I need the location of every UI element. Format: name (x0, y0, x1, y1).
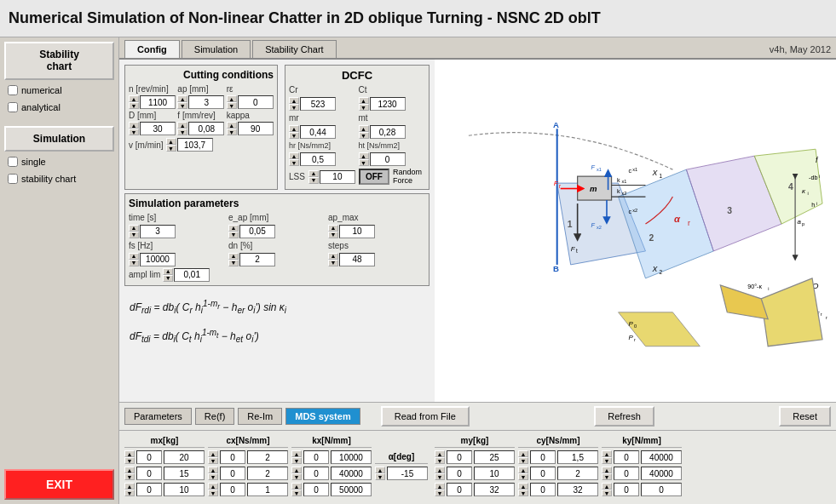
mx0-spin[interactable] (136, 450, 162, 464)
ky1-spin[interactable] (614, 467, 639, 480)
alpha-input[interactable] (387, 467, 428, 480)
ky0-val[interactable] (641, 450, 682, 464)
cx1-arrows[interactable]: ▲ ▼ (208, 467, 218, 480)
kx2-down[interactable]: ▼ (291, 490, 302, 496)
my2-val[interactable] (474, 483, 515, 496)
refresh-button[interactable]: Refresh (594, 406, 654, 427)
Cr-input[interactable] (300, 97, 336, 111)
kappa-up[interactable]: ▲ (227, 122, 237, 129)
kappa-down[interactable]: ▼ (227, 129, 237, 135)
f-arrows[interactable]: ▲ ▼ (177, 122, 187, 135)
n-down[interactable]: ▼ (129, 102, 139, 109)
steps-arrows[interactable]: ▲ ▼ (328, 253, 338, 266)
mx0-arrows[interactable]: ▲ ▼ (124, 450, 135, 464)
lss-arrows[interactable]: ▲ ▼ (308, 170, 319, 184)
ampl-up[interactable]: ▲ (163, 268, 173, 275)
cy0-down[interactable]: ▼ (518, 457, 528, 464)
hr-input[interactable] (300, 152, 336, 166)
cy0-up[interactable]: ▲ (518, 450, 528, 457)
ap-up[interactable]: ▲ (177, 95, 187, 102)
mx0-val[interactable] (164, 450, 205, 464)
fs-arrows[interactable]: ▲ ▼ (129, 253, 139, 266)
steps-down[interactable]: ▼ (328, 260, 338, 266)
cy1-up[interactable]: ▲ (518, 467, 528, 473)
my0-val[interactable] (474, 450, 515, 464)
D-up[interactable]: ▲ (129, 122, 139, 129)
alpha-up[interactable]: ▲ (375, 467, 385, 473)
hr-down[interactable]: ▼ (289, 159, 299, 166)
Cr-down[interactable]: ▼ (289, 104, 299, 111)
exit-button[interactable]: EXIT (4, 469, 114, 500)
D-down[interactable]: ▼ (129, 129, 139, 135)
mx0-down[interactable]: ▼ (124, 457, 135, 464)
tab-re-f[interactable]: Re(f) (195, 408, 234, 425)
cx1-spin[interactable] (220, 467, 245, 480)
mt-input[interactable] (370, 125, 406, 139)
time-down[interactable]: ▼ (129, 232, 139, 238)
cx1-up[interactable]: ▲ (208, 467, 218, 473)
Ct-down[interactable]: ▼ (359, 104, 369, 111)
cx0-down[interactable]: ▼ (208, 457, 218, 464)
dn-arrows[interactable]: ▲ ▼ (228, 253, 239, 266)
cx0-val[interactable] (247, 450, 288, 464)
fs-down[interactable]: ▼ (129, 260, 139, 266)
mx2-up[interactable]: ▲ (124, 483, 135, 490)
ht-arrows[interactable]: ▲ ▼ (359, 152, 369, 166)
cy2-val[interactable] (557, 483, 598, 496)
n-up[interactable]: ▲ (129, 95, 139, 102)
kx0-arrows[interactable]: ▲ ▼ (291, 450, 302, 464)
cx0-arrows[interactable]: ▲ ▼ (208, 450, 218, 464)
kx0-up[interactable]: ▲ (291, 450, 302, 457)
ky2-arrows[interactable]: ▲ ▼ (602, 483, 612, 496)
tab-simulation[interactable]: Simulation (182, 40, 251, 58)
mx2-down[interactable]: ▼ (124, 490, 135, 496)
mx1-arrows[interactable]: ▲ ▼ (124, 467, 135, 480)
cx2-down[interactable]: ▼ (208, 490, 218, 496)
my1-val[interactable] (474, 467, 515, 480)
e-ap-down[interactable]: ▼ (228, 232, 239, 238)
lss-down[interactable]: ▼ (308, 177, 319, 184)
v-up[interactable]: ▲ (166, 138, 176, 145)
mx1-spin[interactable] (136, 467, 162, 480)
ap-down[interactable]: ▼ (177, 102, 187, 109)
ampl-arrows[interactable]: ▲ ▼ (163, 268, 173, 282)
steps-up[interactable]: ▲ (328, 253, 338, 260)
D-input[interactable] (140, 122, 176, 135)
kx1-up[interactable]: ▲ (291, 467, 302, 473)
Ct-up[interactable]: ▲ (359, 97, 369, 104)
dn-input[interactable] (239, 253, 275, 266)
fs-up[interactable]: ▲ (129, 253, 139, 260)
ky0-down[interactable]: ▼ (602, 457, 612, 464)
my0-down[interactable]: ▼ (435, 457, 445, 464)
cy2-arrows[interactable]: ▲ ▼ (518, 483, 528, 496)
mx2-spin[interactable] (136, 483, 162, 496)
re-up[interactable]: ▲ (227, 95, 237, 102)
kappa-arrows[interactable]: ▲ ▼ (227, 122, 237, 135)
cy1-spin[interactable] (530, 467, 556, 480)
ky2-up[interactable]: ▲ (602, 483, 612, 490)
time-arrows[interactable]: ▲ ▼ (129, 225, 139, 238)
my0-arrows[interactable]: ▲ ▼ (435, 450, 445, 464)
cx0-spin[interactable] (220, 450, 245, 464)
cy2-spin[interactable] (530, 483, 556, 496)
reset-button[interactable]: Reset (779, 406, 831, 427)
my2-arrows[interactable]: ▲ ▼ (435, 483, 445, 496)
cx2-arrows[interactable]: ▲ ▼ (208, 483, 218, 496)
read-from-file-button[interactable]: Read from File (381, 406, 470, 427)
time-input[interactable] (140, 225, 176, 238)
mr-down[interactable]: ▼ (289, 132, 299, 139)
cx1-val[interactable] (247, 467, 288, 480)
time-up[interactable]: ▲ (129, 225, 139, 232)
cy1-down[interactable]: ▼ (518, 473, 528, 480)
my1-spin[interactable] (447, 467, 472, 480)
kx2-spin[interactable] (303, 483, 329, 496)
cy1-arrows[interactable]: ▲ ▼ (518, 467, 528, 480)
ky1-val[interactable] (641, 467, 682, 480)
ap-max-up[interactable]: ▲ (328, 225, 338, 232)
f-down[interactable]: ▼ (177, 129, 187, 135)
hr-arrows[interactable]: ▲ ▼ (289, 152, 299, 166)
dn-up[interactable]: ▲ (228, 253, 239, 260)
mx1-down[interactable]: ▼ (124, 473, 135, 480)
analytical-checkbox[interactable] (8, 102, 18, 112)
mx1-up[interactable]: ▲ (124, 467, 135, 473)
